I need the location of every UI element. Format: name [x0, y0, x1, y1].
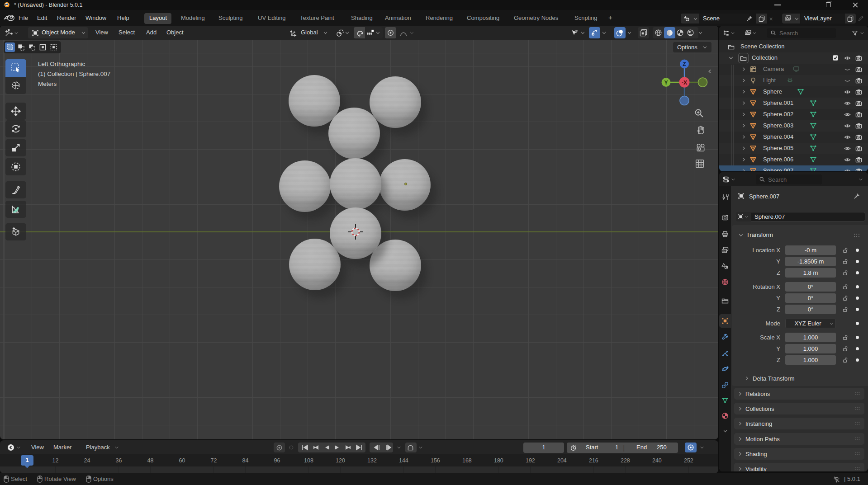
- svg-text:-X: -X: [682, 80, 687, 86]
- svg-text:Z: Z: [683, 61, 686, 67]
- svg-text:Y: Y: [664, 80, 668, 86]
